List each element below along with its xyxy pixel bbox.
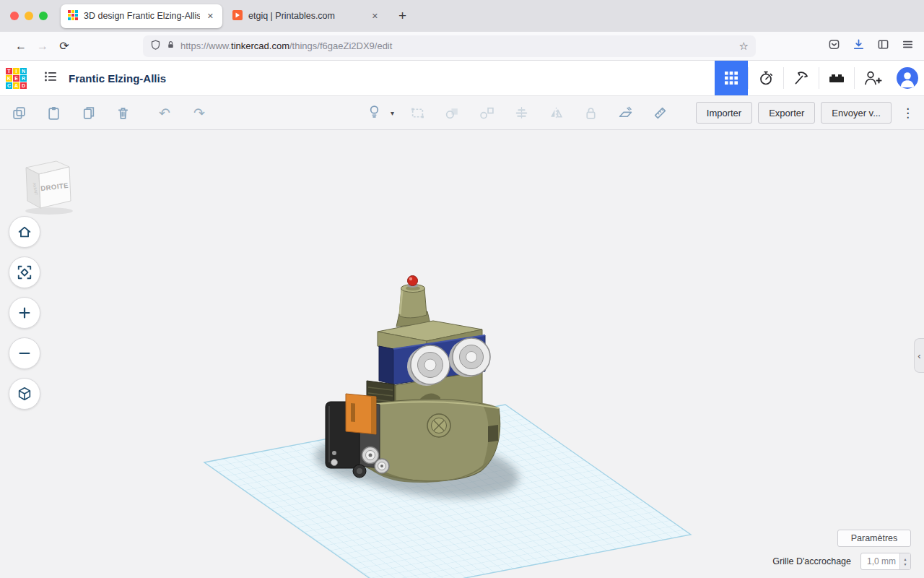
scene-canvas[interactable]: [0, 130, 924, 578]
send-to-button[interactable]: Envoyer v...: [821, 102, 892, 124]
url-prefix: https://www.: [180, 40, 231, 51]
logo-tile: A: [13, 82, 19, 89]
mirror-icon: [547, 104, 565, 121]
invite-person-icon[interactable]: [855, 69, 889, 87]
reload-button[interactable]: ⟳: [53, 39, 75, 53]
logo-tile: N: [20, 68, 27, 74]
back-button[interactable]: ←: [10, 40, 32, 53]
settings-button[interactable]: Paramètres: [837, 530, 911, 547]
select-box-icon: [409, 104, 426, 121]
close-window-button[interactable]: [10, 12, 19, 20]
ruler-icon[interactable]: [651, 104, 668, 121]
logo-tile: I: [13, 68, 19, 74]
bookmark-star-icon[interactable]: ☆: [739, 40, 749, 53]
ungroup-icon: [478, 104, 495, 121]
menu-icon[interactable]: [902, 38, 914, 53]
lock-icon[interactable]: [166, 40, 175, 52]
url-domain: tinkercad.com: [231, 40, 289, 51]
fit-view-button[interactable]: [9, 256, 40, 288]
view-cube[interactable]: DROITE AVANT: [12, 146, 84, 221]
forward-button: →: [32, 40, 53, 53]
bulb-icon: [367, 104, 382, 122]
snap-grid-control: Grille D'accrochage 1,0 mm ▲ ▼: [772, 553, 911, 570]
lighting-dropdown[interactable]: ▾: [367, 104, 394, 122]
zoom-window-button[interactable]: [39, 12, 48, 20]
tab-title: 3D design Frantic Elzing-Allis -: [84, 11, 200, 21]
spinner-down-icon[interactable]: ▼: [904, 562, 907, 566]
logo-tile: E: [13, 75, 19, 82]
header-actions: [715, 61, 924, 95]
new-tab-button[interactable]: +: [398, 8, 406, 24]
lego-brick-icon[interactable]: [819, 69, 854, 87]
group-icon: [443, 104, 461, 121]
snap-grid-value: 1,0 mm: [867, 556, 896, 566]
printables-favicon: [232, 10, 243, 22]
url-bar[interactable]: https://www.tinkercad.com/things/f6gaeZi…: [143, 35, 756, 57]
home-view-button[interactable]: [9, 216, 40, 248]
duplicate-icon[interactable]: [79, 104, 97, 121]
import-button[interactable]: Importer: [696, 102, 752, 124]
perspective-toggle-button[interactable]: [9, 378, 40, 410]
logo-tile: D: [20, 82, 27, 89]
view-tools: [9, 216, 40, 410]
tab-title: etgiq | Printables.com: [248, 11, 365, 21]
navigation-toolbar: ← → ⟳ https://www.tinkercad.com/things/f…: [0, 32, 924, 61]
zoom-in-button[interactable]: [9, 297, 40, 329]
snap-grid-select[interactable]: 1,0 mm ▲ ▼: [860, 553, 911, 570]
zoom-out-button[interactable]: [9, 337, 40, 369]
logo-tile: K: [6, 75, 12, 82]
snap-grid-label: Grille D'accrochage: [772, 556, 851, 566]
logo-tile: T: [6, 68, 12, 74]
url-path: /things/f6gaeZi2DX9/edit: [289, 40, 392, 51]
logo-tile: C: [6, 82, 12, 89]
minecraft-pickaxe-icon[interactable]: [784, 69, 819, 87]
firefox-window: 3D design Frantic Elzing-Allis - ✕ etgiq…: [0, 0, 924, 578]
tinkercad-header: T I N K E R C A D Frantic Elzing-Allis: [0, 61, 924, 96]
lock-icon: [582, 104, 599, 121]
snap-grid-spinner[interactable]: ▲ ▼: [899, 553, 910, 569]
redo-icon[interactable]: ↷: [191, 104, 208, 121]
copy-icon[interactable]: [10, 104, 27, 121]
sidebar-icon[interactable]: [877, 38, 889, 53]
user-avatar[interactable]: [897, 67, 918, 89]
workplane-icon[interactable]: [616, 104, 634, 121]
design-title[interactable]: Frantic Elzing-Allis: [69, 72, 166, 85]
downloads-icon[interactable]: [853, 38, 865, 53]
spinner-up-icon[interactable]: ▲: [904, 557, 907, 561]
pocket-icon[interactable]: [828, 38, 840, 53]
logo-tile: R: [20, 75, 27, 82]
minimize-window-button[interactable]: [25, 12, 33, 20]
url-text: https://www.tinkercad.com/things/f6gaeZi…: [180, 40, 392, 51]
export-button[interactable]: Exporter: [758, 102, 815, 124]
window-controls: [10, 12, 48, 20]
overflow-menu-icon[interactable]: ⋮: [902, 105, 914, 121]
tinkercad-favicon: [68, 10, 78, 22]
close-tab-icon[interactable]: ✕: [370, 10, 380, 22]
close-tab-icon[interactable]: ✕: [206, 10, 215, 22]
navbar-action-icons: [828, 38, 914, 53]
undo-icon[interactable]: ↶: [156, 104, 173, 121]
align-icon: [513, 104, 530, 121]
right-panel-handle[interactable]: ‹: [914, 338, 924, 373]
viewport-3d[interactable]: DROITE AVANT: [0, 130, 924, 578]
dashboard-grid-button[interactable]: [715, 61, 748, 95]
tab-printables[interactable]: etgiq | Printables.com ✕: [225, 4, 387, 28]
paste-icon[interactable]: [45, 104, 62, 121]
tab-bar: 3D design Frantic Elzing-Allis - ✕ etgiq…: [0, 0, 924, 32]
tracking-shield-icon[interactable]: [150, 39, 161, 53]
delete-icon[interactable]: [114, 104, 131, 121]
tab-tinkercad[interactable]: 3D design Frantic Elzing-Allis - ✕: [61, 4, 222, 28]
chevron-down-icon: ▾: [391, 109, 394, 117]
edit-toolbar: ↶ ↷ ▾: [0, 96, 924, 130]
tinkercad-logo[interactable]: T I N K E R C A D: [6, 68, 27, 89]
design-menu-icon[interactable]: [43, 69, 58, 87]
3d-model-benchy-robot[interactable]: [326, 276, 500, 483]
circuits-stopwatch-icon[interactable]: [749, 69, 783, 87]
